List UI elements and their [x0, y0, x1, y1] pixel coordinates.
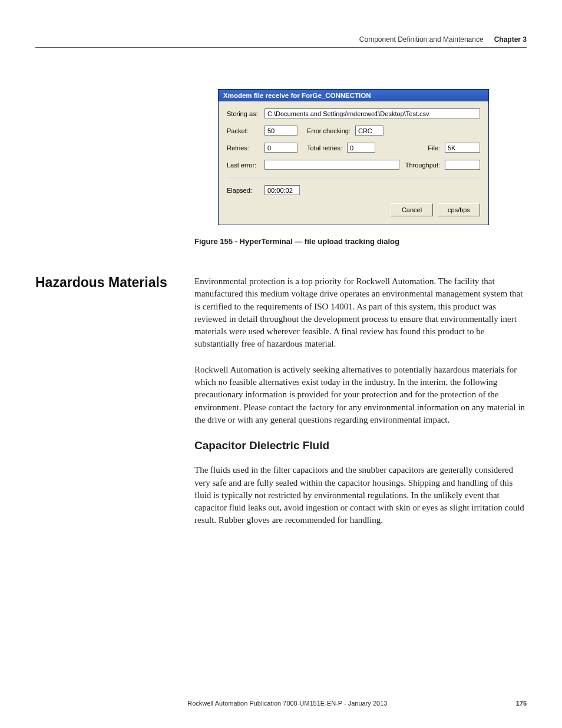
subheading: Capacitor Dielectric Fluid — [194, 439, 527, 452]
packet-label: Packet: — [227, 127, 261, 134]
total-retries-field[interactable]: 0 — [347, 143, 375, 153]
row-packet: Packet: 50 Error checking: CRC — [227, 126, 480, 136]
row-elapsed: Elapsed: 00:00:02 — [227, 185, 480, 195]
file-field[interactable]: 5K — [445, 143, 480, 153]
xmodem-dialog: Xmodem file receive for ForGe_CONNECTION… — [218, 89, 489, 225]
retries-label: Retries: — [227, 144, 261, 151]
cancel-button[interactable]: Cancel — [391, 203, 433, 216]
figure-caption: Figure 155 - HyperTerminal — file upload… — [194, 237, 527, 246]
paragraph-1: Environmental protection is a top priori… — [194, 275, 527, 351]
dialog-titlebar: Xmodem file receive for ForGe_CONNECTION — [219, 90, 488, 101]
paragraph-2: Rockwell Automation is actively seeking … — [194, 364, 527, 426]
storing-as-field[interactable]: C:\Documents and Settings\mderewo1\Deskt… — [265, 108, 480, 118]
throughput-field[interactable] — [445, 160, 480, 170]
body-column: Environmental protection is a top priori… — [194, 275, 527, 540]
dialog-divider — [227, 177, 480, 178]
page-number: 175 — [516, 700, 527, 707]
throughput-label: Throughput: — [405, 162, 440, 169]
file-label: File: — [428, 144, 440, 151]
row-last-error: Last error: Throughput: — [227, 160, 480, 170]
last-error-field[interactable] — [265, 160, 399, 170]
paragraph-3: The fluids used in the filter capacitors… — [194, 464, 527, 526]
error-checking-field[interactable]: CRC — [355, 126, 384, 136]
chapter-label: Chapter 3 — [494, 35, 527, 44]
elapsed-label: Elapsed: — [227, 187, 261, 194]
page: Component Definition and Maintenance Cha… — [0, 0, 562, 728]
content-row: Hazardous Materials Environmental protec… — [35, 275, 527, 540]
error-checking-label: Error checking: — [307, 127, 351, 134]
page-footer: Rockwell Automation Publication 7000-UM1… — [35, 700, 527, 707]
breadcrumb: Component Definition and Maintenance — [359, 35, 484, 44]
publication-info: Rockwell Automation Publication 7000-UM1… — [59, 700, 516, 707]
dialog-container: Xmodem file receive for ForGe_CONNECTION… — [218, 89, 489, 225]
elapsed-field[interactable]: 00:00:02 — [265, 185, 300, 195]
row-storing-as: Storing as: C:\Documents and Settings\md… — [227, 108, 480, 118]
last-error-label: Last error: — [227, 162, 261, 169]
storing-as-label: Storing as: — [227, 110, 261, 117]
packet-field[interactable]: 50 — [265, 126, 297, 136]
dialog-body: Storing as: C:\Documents and Settings\md… — [219, 101, 488, 225]
total-retries-label: Total retries: — [307, 144, 342, 151]
dialog-button-row: Cancel cps/bps — [227, 203, 480, 216]
retries-field[interactable]: 0 — [265, 143, 297, 153]
cpsbps-button[interactable]: cps/bps — [438, 203, 480, 216]
section-sidehead: Hazardous Materials — [35, 275, 183, 540]
row-retries: Retries: 0 Total retries: 0 File: 5K — [227, 143, 480, 153]
page-header: Component Definition and Maintenance Cha… — [35, 35, 527, 48]
